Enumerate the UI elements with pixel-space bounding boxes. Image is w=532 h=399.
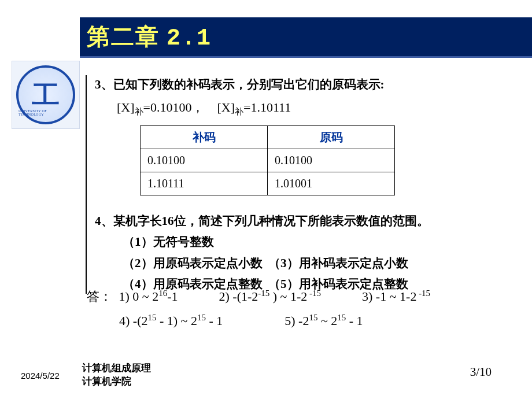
- q3-xb-sub: 补: [235, 106, 243, 116]
- q3-xb: [X]: [217, 100, 235, 114]
- ans2-mid: ) ~ 1-2: [269, 289, 307, 304]
- q4-item-3: （3）用补码表示定点小数: [268, 256, 408, 270]
- ans1-post: -1: [167, 289, 178, 304]
- answer-line-2: 4) -(215 - 1) ~ 215 - 1 5) -215 ~ 215 - …: [119, 309, 515, 333]
- ans4-e1: 15: [147, 312, 156, 322]
- table-row: 1.10111 1.01001: [141, 172, 395, 195]
- ans5-e1: 15: [309, 312, 317, 322]
- answer-line-1: 答： 1) 0 ~ 216-1 2) -(1-2-15 ) ~ 1-2 -15 …: [87, 285, 515, 309]
- cell-r1c2: 0.10100: [268, 149, 395, 172]
- answer-block: 答： 1) 0 ~ 216-1 2) -(1-2-15 ) ~ 1-2 -15 …: [87, 285, 515, 333]
- ans4-mid: - 1) ~ 2: [156, 313, 197, 328]
- q3-text: 已知下列数的补码表示，分别写出它们的原码表示:: [113, 77, 385, 91]
- table-header-row: 补码 原码: [141, 125, 395, 149]
- answer-label: 答：: [87, 289, 112, 304]
- ans4-pre: 4) -(2: [119, 313, 147, 328]
- table-row: 0.10100 0.10100: [141, 149, 395, 172]
- q4-sep: 、: [101, 214, 113, 228]
- footer-course: 计算机组成原理: [82, 362, 151, 375]
- question-3: 3、已知下列数的补码表示，分别写出它们的原码表示:: [95, 75, 513, 94]
- q3-sep: 、: [101, 77, 113, 91]
- q3-given: [X]补=0.10100， [X]补=1.10111: [117, 98, 513, 119]
- ans1-pre: 1) 0 ~ 2: [119, 289, 159, 304]
- col-header-complement: 补码: [141, 125, 268, 149]
- ans5-mid: ~ 2: [317, 313, 337, 328]
- slide-content: 3、已知下列数的补码表示，分别写出它们的原码表示: [X]补=0.10100， …: [86, 75, 513, 294]
- footer-date: 2024/5/22: [21, 371, 60, 380]
- logo-glyph: 工: [32, 78, 60, 112]
- ans2-pre: 2) -(1-2: [219, 289, 258, 304]
- cell-r2c1: 1.10111: [141, 172, 268, 195]
- chapter-label: 第二章: [87, 24, 160, 50]
- q4-item-1: （1）无符号整数: [123, 232, 513, 252]
- chapter-title: 第二章 2.1: [87, 21, 212, 53]
- ans3-e1: -15: [416, 289, 430, 298]
- footer-dept: 计算机学院: [82, 375, 151, 389]
- ans1-exp: 16: [158, 289, 167, 298]
- q3-xb-eq: =1.10111: [243, 100, 291, 114]
- q4-text: 某机字长16位，简述下列几种情况下所能表示数值的范围。: [113, 214, 429, 228]
- ans5-post: - 1: [346, 313, 363, 328]
- cell-r1c1: 0.10100: [141, 149, 268, 172]
- logo-ring-text: UNIVERSITY OF TECHNOLOGY: [19, 109, 73, 116]
- ans3-pre: 3) -1 ~ 1-2: [362, 289, 416, 304]
- q4-item-2: （2）用原码表示定点小数: [123, 256, 263, 270]
- q3-xa-sub: 补: [135, 106, 143, 116]
- title-bar: 第二章 2.1: [80, 17, 532, 58]
- ans5-pre: 5) -2: [285, 313, 309, 328]
- q3-xa: [X]: [117, 100, 135, 114]
- ans4-e2: 15: [197, 312, 206, 322]
- q3-number: 3: [95, 77, 101, 91]
- col-header-original: 原码: [268, 125, 395, 149]
- q4-line-2: （2）用原码表示定点小数 （3）用补码表示定点小数: [123, 254, 513, 273]
- university-logo: 工 UNIVERSITY OF TECHNOLOGY: [12, 61, 80, 129]
- ans4-post: - 1: [206, 313, 223, 328]
- q3-xa-eq: =0.10100，: [143, 100, 205, 114]
- footer-center: 计算机组成原理 计算机学院: [82, 362, 151, 389]
- section-number: 2.1: [167, 25, 212, 51]
- q4-number: 4: [95, 214, 101, 228]
- q3-table: 补码 原码 0.10100 0.10100 1.10111 1.01001: [140, 125, 395, 195]
- footer-page: 3/10: [470, 365, 492, 379]
- logo-circle: 工 UNIVERSITY OF TECHNOLOGY: [16, 65, 75, 124]
- ans2-e1: -15: [258, 289, 269, 298]
- ans5-e2: 15: [337, 312, 346, 322]
- cell-r2c2: 1.01001: [268, 172, 395, 195]
- ans2-e2: -15: [307, 289, 321, 298]
- question-4: 4、某机字长16位，简述下列几种情况下所能表示数值的范围。: [95, 212, 513, 231]
